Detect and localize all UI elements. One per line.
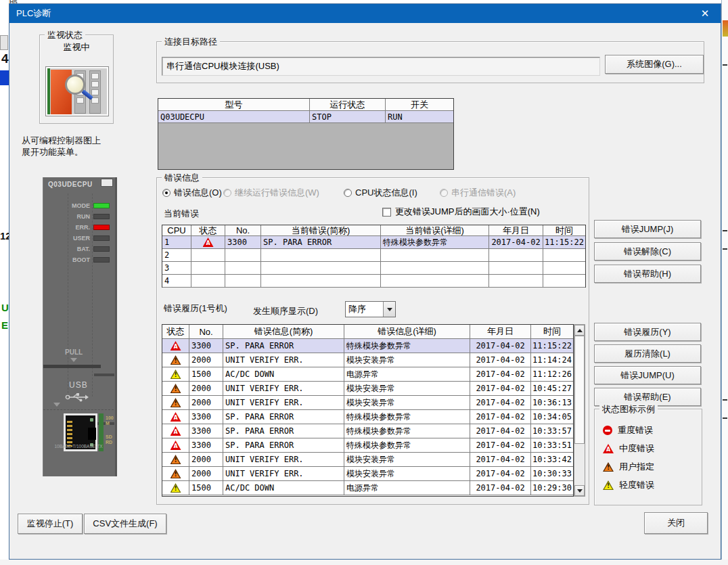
table-row[interactable]: 4 bbox=[162, 275, 585, 288]
radio-serial-error: 串行通信错误(A) bbox=[440, 187, 516, 198]
table-row[interactable]: !2000UNIT VERIFY ERR.模块安装异常2017-04-0210:… bbox=[162, 396, 573, 410]
error-history-button[interactable]: 错误履历(Y) bbox=[594, 323, 701, 341]
table-row[interactable]: !2000UNIT VERIFY ERR.模块安装异常2017-04-0210:… bbox=[162, 382, 573, 396]
checkbox-label: 更改错误JUMP后的画面大小·位置(N) bbox=[395, 206, 540, 218]
table-cell: 型号 bbox=[158, 99, 310, 111]
table-row[interactable]: A3300SP. PARA ERROR特殊模块参数异常2017-04-0210:… bbox=[162, 410, 573, 424]
table-cell: 2000 bbox=[189, 353, 223, 367]
table-cell: 2017-04-02 bbox=[470, 467, 531, 481]
hint-line: 展开功能菜单。 bbox=[22, 146, 160, 158]
table-cell: 2017-04-02 bbox=[470, 396, 531, 410]
dropdown-button[interactable] bbox=[383, 302, 395, 317]
table-cell: 错误信息(详细) bbox=[344, 325, 470, 339]
background-fragment bbox=[0, 70, 9, 85]
arrow-down-icon bbox=[53, 403, 60, 407]
status-icon-cell: ! bbox=[162, 481, 189, 495]
background-fragment bbox=[723, 417, 727, 419]
table-cell: 10:30:33 bbox=[531, 467, 573, 481]
table-cell: 10:33:57 bbox=[531, 424, 573, 438]
led-label: USER bbox=[73, 235, 90, 242]
module-table-empty-area bbox=[158, 123, 453, 169]
table-row[interactable]: !1500AC/DC DOWN电源异常2017-04-0211:12:26 bbox=[162, 367, 573, 382]
monitor-status-group-label: 监视状态 bbox=[45, 29, 85, 41]
status-icon-cell: ! bbox=[162, 396, 189, 410]
connection-path-field[interactable]: 串行通信CPU模块连接(USB) bbox=[162, 57, 600, 76]
table-cell: 特殊模块参数异常 bbox=[344, 438, 470, 453]
table-row[interactable]: A3300SP. PARA ERROR特殊模块参数异常2017-04-0210:… bbox=[162, 424, 573, 438]
table-row[interactable]: Q03UDECPUSTOPRUN bbox=[158, 111, 453, 123]
monitor-stop-button[interactable]: 监视停止(T) bbox=[18, 514, 83, 534]
radio-label: 继续运行错误信息(W) bbox=[235, 187, 319, 199]
background-fragment bbox=[723, 20, 728, 37]
scroll-up-button[interactable] bbox=[574, 325, 585, 336]
sort-order-dropdown[interactable]: 降序 bbox=[345, 301, 396, 317]
table-cell: 错误信息(简称) bbox=[223, 325, 344, 339]
table-cell: 当前错误(详细) bbox=[381, 225, 489, 236]
error-jump-j-button[interactable]: 错误JUMP(J) bbox=[594, 220, 701, 238]
table-cell: SP. PARA ERROR bbox=[223, 424, 344, 438]
table-cell: 模块安装异常 bbox=[344, 467, 470, 481]
dialog-titlebar[interactable]: PLC诊断 ✕ bbox=[9, 4, 721, 23]
table-row[interactable]: A3300SP. PARA ERROR特殊模块参数异常2017-04-0211:… bbox=[162, 339, 573, 353]
radio-icon[interactable] bbox=[162, 189, 170, 197]
minor-error-icon: ! bbox=[170, 483, 181, 493]
table-row[interactable]: !2000UNIT VERIFY ERR.模块安装异常2017-04-0210:… bbox=[162, 453, 573, 467]
table-cell: 特殊模块参数异常 bbox=[381, 236, 489, 249]
radio-error-info[interactable]: 错误信息(O) bbox=[162, 187, 222, 198]
table-cell: 特殊模块参数异常 bbox=[344, 339, 470, 353]
table-cell: 11:14:24 bbox=[531, 353, 573, 367]
history-scrollbar[interactable] bbox=[574, 324, 585, 497]
medium-error-icon: A bbox=[170, 426, 181, 436]
cpu-module-band bbox=[94, 374, 114, 376]
table-cell: 年月日 bbox=[470, 325, 531, 339]
table-row[interactable]: !2000UNIT VERIFY ERR.模块安装异常2017-04-0210:… bbox=[162, 467, 573, 481]
minor-error-icon: ! bbox=[603, 480, 614, 490]
table-row[interactable]: 3 bbox=[162, 262, 585, 275]
minor-error-icon: ! bbox=[170, 369, 181, 379]
table-cell: 4 bbox=[162, 275, 191, 288]
table-cell: 3 bbox=[162, 262, 191, 275]
radio-continue-error: 继续运行错误信息(W) bbox=[223, 187, 319, 198]
table-cell: 2000 bbox=[189, 382, 223, 396]
monitor-status-group: 监视状态 监视中 bbox=[39, 35, 114, 124]
close-icon[interactable]: ✕ bbox=[689, 4, 721, 23]
error-info-group-label: 错误信息 bbox=[162, 172, 202, 184]
background-fragment bbox=[0, 35, 8, 50]
error-help-h-button[interactable]: 错误帮助(H) bbox=[594, 265, 701, 283]
legend-label: 中度错误 bbox=[619, 443, 654, 455]
background-fragment: 4 bbox=[1, 51, 9, 66]
radio-icon[interactable] bbox=[344, 189, 352, 197]
plc-image-part bbox=[89, 70, 101, 114]
table-row[interactable]: !1500AC/DC DOWN电源异常2017-04-0210:29:30 bbox=[162, 481, 573, 495]
table-header-row: 状态No.错误信息(简称)错误信息(详细)年月日时间 bbox=[162, 325, 573, 339]
scrollbar-thumb[interactable] bbox=[574, 336, 585, 444]
system-image-button[interactable]: 系统图像(G)... bbox=[605, 55, 704, 74]
scroll-down-button[interactable] bbox=[574, 485, 585, 496]
current-errors-table: CPU状态No.当前错误(简称)当前错误(详细)年月日时间1A3300SP. P… bbox=[162, 225, 586, 288]
table-cell: 状态 bbox=[162, 325, 189, 339]
table-cell: 模块安装异常 bbox=[344, 382, 470, 396]
table-cell: 2017-04-02 bbox=[489, 236, 543, 249]
table-cell: 状态 bbox=[191, 225, 225, 236]
table-row[interactable]: 1A3300SP. PARA ERROR特殊模块参数异常2017-04-0211… bbox=[162, 236, 585, 249]
table-cell: 2017-04-02 bbox=[470, 438, 531, 453]
error-type-radios: 错误信息(O)继续运行错误信息(W)CPU状态信息(I)串行通信错误(A) bbox=[157, 187, 589, 200]
table-cell: 年月日 bbox=[489, 225, 543, 236]
history-clear-button[interactable]: 履历清除(L) bbox=[594, 344, 701, 363]
checkbox-icon[interactable] bbox=[382, 208, 391, 217]
radio-cpu-status[interactable]: CPU状态信息(I) bbox=[344, 187, 417, 198]
csv-generate-button[interactable]: CSV文件生成(F) bbox=[84, 514, 166, 534]
close-button[interactable]: 关闭 bbox=[644, 512, 708, 534]
cpu-module-graphic[interactable]: Q03UDECPU MODERUNERR.USERBAT.BOOT PULL U… bbox=[43, 177, 117, 476]
error-jump-u-button[interactable]: 错误JUMP(U) bbox=[594, 366, 701, 384]
error-clear-button[interactable]: 错误解除(C) bbox=[594, 242, 701, 261]
table-row[interactable]: !2000UNIT VERIFY ERR.模块安装异常2017-04-0211:… bbox=[162, 353, 573, 367]
status-icon-cell bbox=[191, 262, 225, 275]
table-row[interactable]: 2 bbox=[162, 249, 585, 262]
table-cell: 10:45:27 bbox=[531, 382, 573, 396]
table-row[interactable]: A3300SP. PARA ERROR特殊模块参数异常2017-04-0210:… bbox=[162, 438, 573, 453]
table-header-row: 型号运行状态开关 bbox=[158, 99, 453, 111]
table-cell: 2017-04-02 bbox=[470, 481, 531, 495]
resize-after-jump-checkbox[interactable]: 更改错误JUMP后的画面大小·位置(N) bbox=[382, 206, 540, 218]
table-cell bbox=[489, 275, 543, 288]
